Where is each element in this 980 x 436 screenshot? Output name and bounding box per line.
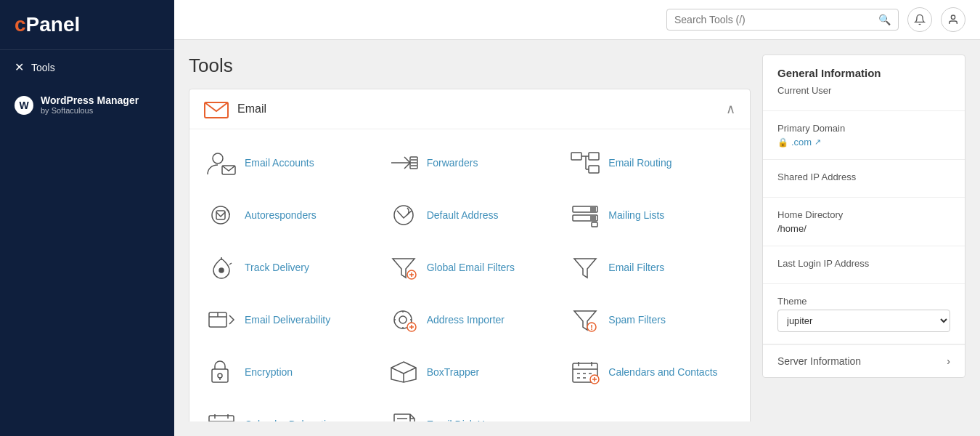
general-info-section: General Information Current User [763,55,965,111]
tool-grid: Email Accounts [189,129,750,421]
track-delivery-label: Track Delivery [245,262,309,273]
tool-boxtrapper[interactable]: BoxTrapper [379,346,561,398]
search-bar[interactable]: 🔍 [666,9,899,31]
primary-domain-label: Primary Domain [777,123,950,134]
wordpress-sublabel: by Softaculous [41,106,139,115]
theme-select[interactable]: jupiter paper_lantern [777,310,950,332]
user-icon [947,14,959,25]
tool-default-address[interactable]: Default Address [379,189,561,241]
email-section-icon [204,100,229,118]
tool-calendar-delegation[interactable]: Calendar Delegation [197,398,379,421]
calendar-delegation-icon [207,410,236,421]
forwarders-label: Forwarders [427,157,478,169]
tool-spam-filters[interactable]: Spam Filters [560,294,743,346]
svg-point-50 [591,328,592,330]
user-button[interactable] [941,7,965,32]
logo: cPanel [0,0,174,50]
svg-line-55 [391,368,404,374]
lock-icon: 🔒 [777,137,788,148]
shared-ip-section: Shared IP Address [763,160,965,198]
spam-filters-label: Spam Filters [608,314,666,326]
email-deliverability-label: Email Deliverability [245,314,330,326]
tool-email-deliverability[interactable]: Email Deliverability [197,294,379,346]
sidebar-item-tools[interactable]: ✕ Tools [0,50,174,84]
server-info-label: Server Information [777,355,861,367]
email-deliverability-icon [207,305,236,334]
primary-domain-section: Primary Domain 🔒 .com ↗ [763,111,965,160]
tool-autoresponders[interactable]: Autoresponders [197,189,379,241]
email-filters-label: Email Filters [608,262,664,273]
tool-global-email-filters[interactable]: Global Email Filters [379,241,561,294]
mailing-lists-label: Mailing Lists [608,209,664,221]
svg-rect-70 [209,416,234,421]
content: Tools Email ∧ [174,40,980,436]
tools-panel: Tools Email ∧ [189,54,751,421]
tool-mailing-lists[interactable]: Mailing Lists [560,189,743,241]
search-icon[interactable]: 🔍 [878,14,891,25]
global-email-filters-icon [389,253,418,282]
header: 🔍 [174,0,980,40]
last-login-section: Last Login IP Address [763,246,965,284]
primary-domain-value[interactable]: 🔒 .com ↗ [777,137,950,148]
tool-address-importer[interactable]: Address Importer [379,294,561,346]
forwarders-icon [389,148,418,177]
default-address-icon [389,201,418,230]
sidebar-item-wordpress[interactable]: W WordPress Manager by Softaculous [0,84,174,125]
sidebar: cPanel ✕ Tools W WordPress Manager by So… [0,0,174,436]
external-link-icon: ↗ [814,137,821,147]
email-filters-icon [571,253,600,282]
wordpress-icon: W [15,96,33,115]
wordpress-label: WordPress Manager [41,94,139,106]
right-panel: General Information Current User Primary… [762,54,965,378]
email-routing-icon [571,148,600,177]
svg-point-17 [394,206,413,225]
tool-track-delivery[interactable]: Track Delivery [197,241,379,294]
search-input[interactable] [674,14,878,25]
email-accounts-label: Email Accounts [245,157,314,169]
email-disk-usage-icon [389,410,418,421]
home-directory-value: /home/ [777,223,950,234]
autoresponders-label: Autoresponders [245,209,317,221]
svg-point-2 [213,153,223,164]
svg-point-0 [951,15,955,19]
tool-email-disk-usage[interactable]: Email Disk Usage [379,398,561,421]
notification-button[interactable] [907,7,932,32]
server-info-link[interactable]: Server Information › [763,344,965,377]
last-login-ip-label: Last Login IP Address [777,258,950,269]
tool-calendars-contacts[interactable]: Calendars and Contacts [560,346,743,398]
svg-point-27 [219,268,224,272]
domain-text: .com [791,137,812,148]
tool-encryption[interactable]: Encryption [197,346,379,398]
home-directory-section: Home Directory /home/ [763,198,965,246]
logo-text: cPanel [15,13,80,36]
svg-rect-26 [592,222,597,227]
email-card: Email ∧ [189,89,751,421]
calendar-delegation-label: Calendar Delegation [245,419,338,421]
collapse-button[interactable]: ∧ [726,101,735,117]
calendars-contacts-label: Calendars and Contacts [608,366,717,378]
email-routing-label: Email Routing [608,157,671,169]
email-accounts-icon [207,148,236,177]
email-card-header: Email ∧ [189,89,750,129]
tool-email-filters[interactable]: Email Filters [560,241,743,294]
calendars-contacts-icon [571,358,600,387]
global-email-filters-label: Global Email Filters [427,262,515,273]
tool-email-accounts[interactable]: Email Accounts [197,137,379,189]
shared-ip-label: Shared IP Address [777,171,950,182]
boxtrapper-icon [389,358,418,387]
track-delivery-icon [207,253,236,282]
bell-icon [914,14,926,25]
tools-icon: ✕ [15,60,24,74]
svg-rect-51 [212,369,228,382]
tool-email-routing[interactable]: Email Routing [560,137,743,189]
svg-rect-9 [571,153,581,160]
svg-point-39 [399,316,407,323]
general-info-title: General Information [777,67,950,79]
email-disk-usage-label: Email Disk Usage [427,419,507,421]
tool-forwarders[interactable]: Forwarders [379,137,561,189]
theme-label: Theme [777,296,950,307]
svg-rect-11 [589,166,599,173]
encryption-icon [207,358,236,387]
svg-line-29 [229,263,232,265]
address-importer-label: Address Importer [427,314,505,326]
